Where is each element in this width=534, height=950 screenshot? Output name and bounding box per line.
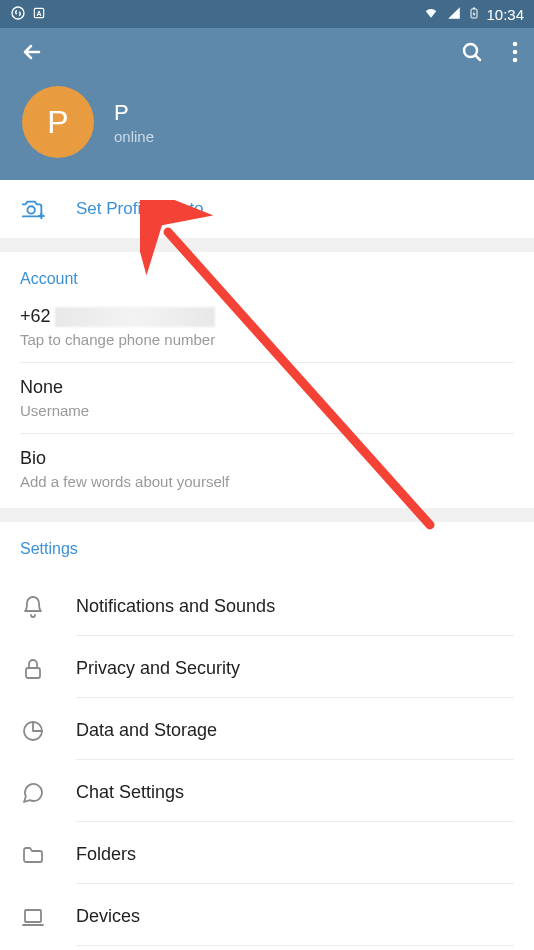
lock-icon — [20, 656, 46, 682]
signal-icon — [446, 6, 462, 23]
username-item[interactable]: None Username — [20, 377, 514, 434]
svg-point-7 — [513, 50, 518, 55]
status-bar: A 10:34 — [0, 0, 534, 28]
search-button[interactable] — [460, 40, 484, 68]
svg-text:A: A — [36, 9, 41, 16]
camera-plus-icon — [20, 196, 46, 222]
bio-caption: Add a few words about yourself — [20, 473, 514, 490]
svg-point-0 — [12, 7, 24, 19]
username-caption: Username — [20, 402, 514, 419]
settings-title: Settings — [20, 540, 514, 558]
back-button[interactable] — [20, 40, 44, 68]
svg-rect-4 — [473, 7, 475, 9]
phone-prefix: +62 — [20, 306, 51, 327]
settings-item-label: Folders — [76, 844, 136, 864]
set-profile-photo[interactable]: Set Profile Photo — [0, 180, 534, 238]
svg-point-8 — [513, 58, 518, 63]
phone-item[interactable]: +62 Tap to change phone number — [20, 306, 514, 363]
laptop-icon — [20, 904, 46, 930]
settings-item-label: Privacy and Security — [76, 658, 240, 678]
profile-status: online — [114, 128, 154, 145]
settings-section: Settings Notifications and Sounds Privac… — [0, 522, 534, 950]
wifi-icon — [422, 6, 440, 23]
settings-item-label: Data and Storage — [76, 720, 217, 740]
set-profile-photo-label: Set Profile Photo — [76, 199, 204, 219]
settings-data-storage[interactable]: Data and Storage — [20, 700, 514, 762]
svg-point-9 — [27, 206, 34, 213]
account-title: Account — [20, 270, 514, 288]
battery-icon — [468, 5, 480, 24]
phone-redacted — [55, 307, 215, 327]
shazam-icon — [10, 5, 26, 24]
svg-rect-12 — [25, 910, 41, 922]
avatar-letter: P — [47, 104, 68, 141]
profile-name: P — [114, 100, 154, 126]
folder-icon — [20, 842, 46, 868]
phone-caption: Tap to change phone number — [20, 331, 514, 348]
status-time: 10:34 — [486, 6, 524, 23]
profile-header: P P online — [0, 28, 534, 180]
settings-folders[interactable]: Folders — [20, 824, 514, 886]
settings-devices[interactable]: Devices — [20, 886, 514, 948]
settings-privacy[interactable]: Privacy and Security — [20, 638, 514, 700]
bio-item[interactable]: Bio Add a few words about yourself — [20, 448, 514, 504]
chat-bubble-icon — [20, 780, 46, 806]
settings-item-label: Chat Settings — [76, 782, 184, 802]
username-value: None — [20, 377, 514, 398]
settings-item-label: Devices — [76, 906, 140, 926]
bio-value: Bio — [20, 448, 514, 469]
svg-rect-10 — [26, 668, 40, 678]
pie-chart-icon — [20, 718, 46, 744]
settings-item-label: Notifications and Sounds — [76, 596, 275, 616]
svg-point-6 — [513, 42, 518, 47]
settings-chat[interactable]: Chat Settings — [20, 762, 514, 824]
app-indicator-icon: A — [32, 6, 46, 23]
account-section: Account +62 Tap to change phone number N… — [0, 252, 534, 508]
bell-icon — [20, 594, 46, 620]
more-button[interactable] — [512, 41, 518, 67]
settings-notifications[interactable]: Notifications and Sounds — [20, 576, 514, 638]
avatar[interactable]: P — [22, 86, 94, 158]
